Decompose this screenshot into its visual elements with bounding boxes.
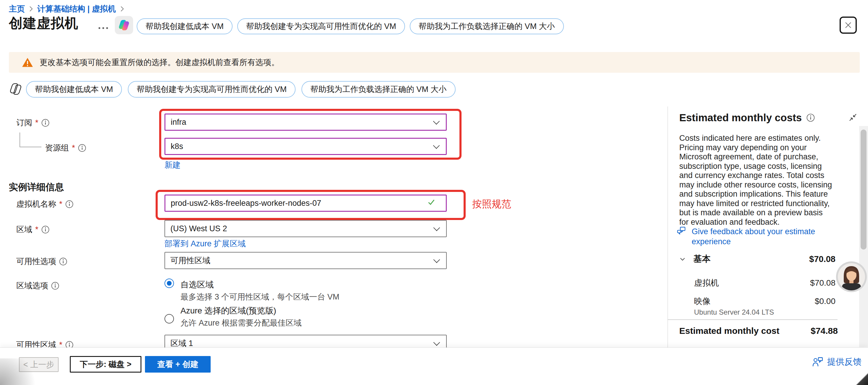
cost-group-row[interactable]: 基本 $70.08 [679,253,835,265]
suggestion-low-cost-button[interactable]: 帮助我创建低成本 VM [26,81,122,98]
cost-group-amount: $70.08 [809,254,835,264]
zone-radio-azure-select-label[interactable]: Azure 选择的区域(预览版) [181,305,276,316]
deploy-edge-zone-link[interactable]: 部署到 Azure 扩展区域 [164,238,246,249]
estimate-feedback-link[interactable]: Give feedback about your estimate experi… [677,226,828,247]
required-mark: * [72,143,75,153]
vm-name-value: prod-usw2-k8s-freeleaps-worker-nodes-07 [171,199,321,208]
chevron-down-icon [433,256,440,263]
page-title: 创建虚拟机 [9,14,79,33]
resource-group-value: k8s [171,142,183,151]
subscription-value: infra [171,118,186,127]
validation-check-icon [427,198,436,209]
copilot-outline-icon [9,82,23,97]
close-icon [844,21,852,30]
hierarchy-connector-vertical [20,132,20,147]
field-label-region: 区域 * [16,224,50,235]
label-text: 区域 [16,224,32,235]
scrollbar-thumb[interactable] [861,130,867,250]
costs-panel-header: Estimated monthly costs [679,112,815,124]
info-icon[interactable] [806,114,815,122]
resource-group-dropdown[interactable]: k8s [164,138,447,155]
provide-feedback-link[interactable]: 提供反馈 [812,356,862,368]
warning-text: 更改基本选项可能会重置所做的选择。创建虚拟机前查看所有选项。 [40,57,279,68]
hierarchy-connector-horizontal [20,147,41,147]
label-text: 可用性选项 [16,256,56,267]
chevron-down-icon [433,142,440,149]
label-text: 资源组 [45,142,69,153]
feedback-bubbles-icon [677,226,687,236]
vm-name-input[interactable]: prod-usw2-k8s-freeleaps-worker-nodes-07 [164,195,447,212]
cost-item-amount: $70.08 [810,278,835,288]
cost-item-name: 虚拟机 [694,277,719,289]
costs-description: Costs indicated here are estimates only.… [679,134,833,227]
review-create-button[interactable]: 查看 + 创建 [145,356,211,373]
collapse-panel-icon[interactable] [848,113,857,123]
suggestion-right-size-button[interactable]: 帮助我为工作负载选择正确的 VM 大小 [302,81,456,98]
chevron-down-icon [433,118,440,125]
zone-radio-self-select[interactable] [164,279,174,288]
field-label-zone-options: 区域选项 [16,280,59,291]
label-text: 虚拟机名称 [16,199,56,210]
copilot-button[interactable] [115,16,133,34]
info-icon[interactable] [59,258,67,265]
zone-radio-self-select-label[interactable]: 自选区域 [181,279,214,290]
region-dropdown[interactable]: (US) West US 2 [164,220,447,237]
more-options-icon[interactable] [98,27,108,29]
suggestion-right-size-button[interactable]: 帮助我为工作负载选择正确的 VM 大小 [410,18,564,34]
create-new-resource-group-link[interactable]: 新建 [164,160,181,170]
label-text: 订阅 [16,118,32,128]
info-icon[interactable] [41,119,50,127]
subscription-dropdown[interactable]: infra [164,114,447,131]
info-icon[interactable] [78,144,86,152]
previous-button[interactable]: < 上一步 [19,357,59,372]
provide-feedback-label: 提供反馈 [827,356,862,368]
copilot-icon [118,19,130,32]
warning-icon [22,57,33,67]
info-icon[interactable] [41,226,50,234]
cost-item-name: 映像 [694,296,711,307]
warning-banner: 更改基本选项可能会重置所做的选择。创建虚拟机前查看所有选项。 [9,52,860,73]
resize-handle[interactable] [856,373,868,385]
copilot-suggestions-header: 帮助我创建低成本 VM 帮助我创建专为实现高可用性而优化的 VM 帮助我为工作负… [137,18,564,34]
availability-options-value: 可用性区域 [170,255,210,266]
person-feedback-icon [812,357,824,367]
suggestion-low-cost-button[interactable]: 帮助我创建低成本 VM [137,18,232,34]
cost-group-name: 基本 [693,253,711,265]
cost-total-label: Estimated monthly cost [679,326,779,336]
chevron-right-icon [29,5,33,12]
chevron-down-icon [433,224,440,231]
cost-item-amount: $0.00 [815,297,835,306]
cost-item-row: 映像 $0.00 [694,296,835,307]
panel-divider [668,106,668,348]
create-vm-page: 主页 计算基础结构 | 虚拟机 创建虚拟机 帮助我创建低成本 VM 帮助我创建专… [0,0,868,385]
annotation-text: 按照规范 [472,197,511,211]
assistant-avatar[interactable] [836,261,867,292]
zone-radio-azure-select-desc: 允许 Azure 根据需要分配最佳区域 [181,318,302,328]
close-button[interactable] [840,17,857,34]
info-icon[interactable] [51,282,59,290]
zone-radio-azure-select[interactable] [164,314,174,323]
cost-total-row: Estimated monthly cost $74.88 [679,326,838,336]
availability-options-dropdown[interactable]: 可用性区域 [164,252,447,269]
cost-total-amount: $74.88 [811,326,838,336]
costs-panel-title: Estimated monthly costs [679,112,802,124]
cost-item-row: 虚拟机 $70.08 [694,277,835,289]
cost-total-divider [668,319,838,320]
chevron-down-icon [679,256,686,262]
info-icon[interactable] [65,200,73,208]
suggestion-high-availability-button[interactable]: 帮助我创建专为实现高可用性而优化的 VM [128,81,296,98]
breadcrumb-item-home[interactable]: 主页 [9,4,25,14]
next-disks-button[interactable]: 下一步: 磁盘 > [70,356,142,373]
chevron-right-icon [120,5,124,12]
chevron-down-icon [433,339,440,346]
required-mark: * [59,200,62,209]
field-label-vm-name: 虚拟机名称 * [16,199,73,210]
zone-radio-self-select-desc: 最多选择 3 个可用性区域，每个区域一台 VM [181,292,339,302]
field-label-resource-group: 资源组 * [45,142,86,153]
suggestion-high-availability-button[interactable]: 帮助我创建专为实现高可用性而优化的 VM [237,18,405,34]
required-mark: * [35,118,38,127]
region-value: (US) West US 2 [170,224,227,233]
breadcrumb-item-virtual-machines[interactable]: 计算基础结构 | 虚拟机 [37,4,116,14]
estimate-feedback-text: Give feedback about your estimate experi… [692,226,828,247]
cost-item-subtitle: Ubuntu Server 24.04 LTS [694,308,774,316]
